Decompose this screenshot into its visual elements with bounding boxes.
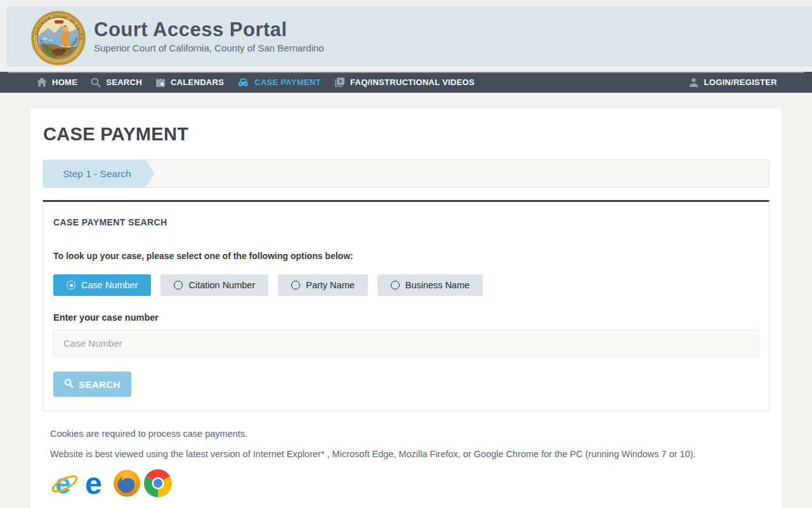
page-title: CASE PAYMENT xyxy=(30,109,782,145)
option-label: Party Name xyxy=(306,280,355,290)
nav-item-search[interactable]: SEARCH xyxy=(91,77,142,88)
radio-unselected-icon xyxy=(291,281,300,290)
nav-item-label: FAQ/INSTRUCTIONAL VIDEOS xyxy=(350,77,475,87)
option-label: Business Name xyxy=(405,280,470,290)
nav-item-label: CASE PAYMENT xyxy=(254,77,321,87)
case-number-input[interactable] xyxy=(53,330,759,357)
edge-icon: e xyxy=(81,468,110,498)
chrome-icon xyxy=(143,468,173,498)
nav-item-calendars[interactable]: CALENDARS xyxy=(155,77,224,88)
user-icon xyxy=(688,77,699,88)
nav-item-label: SEARCH xyxy=(106,77,142,87)
nav-item-login-register[interactable]: LOGIN/REGISTER xyxy=(688,77,777,88)
nav-item-label: HOME xyxy=(52,77,77,87)
option-citation-number[interactable]: Citation Number xyxy=(160,274,268,296)
step-1-search-indicator: Step 1 - Search xyxy=(43,160,155,187)
panel-title: CASE PAYMENT SEARCH xyxy=(53,217,759,227)
radio-selected-icon xyxy=(67,281,75,290)
option-case-number[interactable]: Case Number xyxy=(53,274,151,296)
nav-item-label: CALENDARS xyxy=(171,77,224,87)
radio-unselected-icon xyxy=(391,281,400,290)
option-label: Case Number xyxy=(81,280,138,290)
video-icon xyxy=(334,77,345,88)
site-title: Court Access Portal xyxy=(94,20,324,41)
radio-unselected-icon xyxy=(174,281,183,290)
option-label: Citation Number xyxy=(188,280,255,290)
nav-item-label: LOGIN/REGISTER xyxy=(704,77,777,87)
step-label: Step 1 - Search xyxy=(63,168,131,180)
search-button-label: SEARCH xyxy=(79,379,121,390)
calendar-icon xyxy=(155,77,166,88)
court-seal-logo[interactable]: SUPERIOR COURT OF CALIFORNIA COUNTY OF S… xyxy=(30,10,86,66)
nav-item-faq-videos[interactable]: FAQ/INSTRUCTIONAL VIDEOS xyxy=(334,77,475,88)
supported-browsers: e e xyxy=(50,468,762,498)
home-icon xyxy=(37,77,47,87)
search-icon xyxy=(91,77,101,88)
internet-explorer-icon: e xyxy=(50,468,79,498)
nav-item-case-payment[interactable]: CASE PAYMENT xyxy=(237,77,321,88)
firefox-icon xyxy=(112,468,141,498)
site-header: SUPERIOR COURT OF CALIFORNIA COUNTY OF S… xyxy=(6,6,812,67)
search-icon xyxy=(64,378,74,390)
car-icon xyxy=(237,77,249,88)
brand-block: Court Access Portal Superior Court of Ca… xyxy=(94,20,324,54)
option-business-name[interactable]: Business Name xyxy=(377,274,483,296)
nav-item-home[interactable]: HOME xyxy=(37,77,77,87)
case-number-input-label: Enter your case number xyxy=(53,312,759,323)
page-footer-notes: Cookies are required to process case pay… xyxy=(30,411,782,508)
site-subtitle: Superior Court of California, County of … xyxy=(94,43,324,53)
option-party-name[interactable]: Party Name xyxy=(278,274,368,296)
case-payment-search-panel: CASE PAYMENT SEARCH To look up your case… xyxy=(43,200,769,411)
svg-text:e: e xyxy=(85,468,102,498)
browser-note: Website is best viewed using the latest … xyxy=(50,449,762,459)
content-card: CASE PAYMENT Step 1 - Search CASE PAYMEN… xyxy=(30,109,782,508)
cookies-note: Cookies are required to process case pay… xyxy=(50,429,762,439)
search-type-options: Case Number Citation Number Party Name B… xyxy=(53,274,759,296)
step-progress-bar: Step 1 - Search xyxy=(43,159,769,188)
search-button[interactable]: SEARCH xyxy=(53,371,131,397)
lookup-instruction: To look up your case, please select one … xyxy=(53,251,759,261)
main-navbar: HOME SEARCH CALENDARS CASE PAYMENT FAQ/I… xyxy=(0,72,812,93)
court-seal-icon: SUPERIOR COURT OF CALIFORNIA COUNTY OF S… xyxy=(30,10,86,66)
